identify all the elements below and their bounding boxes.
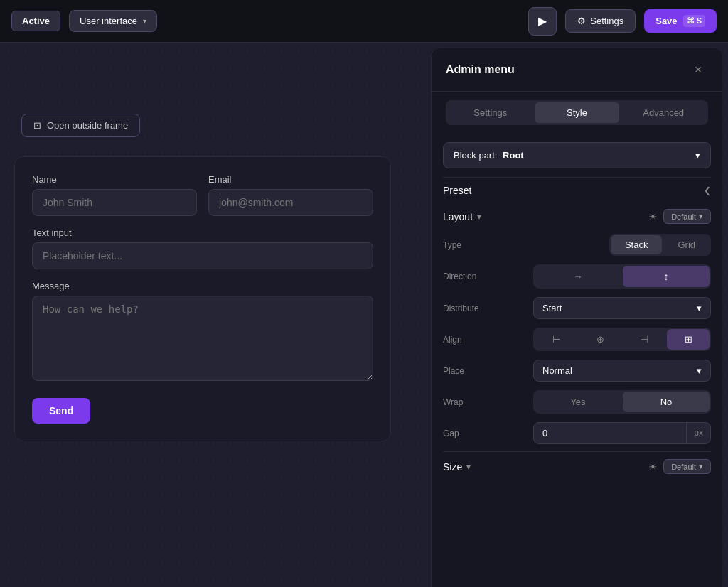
text-input-label: Text input [32,227,373,238]
message-label: Message [32,281,373,291]
gap-unit: px [686,423,710,443]
open-outside-label: Open outside frame [47,120,128,131]
project-name: User interface [80,16,137,26]
email-label: Email [208,174,373,185]
wrap-label: Wrap [443,397,493,407]
main-area: ⊡ Open outside frame Name Email Text inp… [0,43,728,587]
place-value: Normal [542,365,572,376]
size-default-chevron-icon: ▾ [699,462,703,471]
admin-panel: Admin menu × Settings Style Advanced Blo… [431,48,722,587]
layout-chevron-icon[interactable]: ▾ [477,212,481,222]
distribute-dropdown[interactable]: Start ▾ [533,297,711,319]
size-chevron-icon[interactable]: ▾ [466,462,471,472]
type-label: Type [443,240,493,250]
open-outside-button[interactable]: ⊡ Open outside frame [21,114,140,137]
type-toggle-group: Stack Grid [609,234,711,256]
block-part-label: Block part: Root [454,150,524,161]
default-chevron-icon: ▾ [699,212,703,221]
panel-tabs: Settings Style Advanced [432,92,722,134]
block-part-selector[interactable]: Block part: Root ▾ [443,142,711,168]
tab-style[interactable]: Style [535,102,620,123]
gap-input[interactable] [534,423,686,443]
size-default-label: Default [671,463,696,471]
direction-toggle-group: → ↕ [533,264,711,289]
default-badge[interactable]: Default ▾ [663,209,711,224]
sun-icon: ☀ [648,211,658,222]
direction-vertical-btn[interactable]: ↕ [623,266,710,287]
align-control: ⊢ ⊕ ⊣ ⊞ [501,328,711,351]
type-control: Stack Grid [501,234,711,256]
tab-settings[interactable]: Settings [448,102,533,123]
direction-horizontal-btn[interactable]: → [535,266,621,287]
panel-title: Admin menu [446,63,515,76]
wrap-toggle-group: Yes No [533,390,711,414]
place-control: Normal ▾ [501,360,711,382]
distribute-chevron-icon: ▾ [697,303,702,313]
distribute-row: Distribute Start ▾ [443,293,711,323]
tab-advanced[interactable]: Advanced [621,102,706,123]
message-textarea[interactable] [32,296,373,381]
size-sun-icon: ☀ [648,461,658,473]
save-shortcut: ⌘ S [683,15,705,27]
distribute-value: Start [542,303,562,313]
place-label: Place [443,366,493,376]
distribute-label: Distribute [443,303,493,313]
direction-row: Direction → ↕ [443,260,711,293]
align-right-btn[interactable]: ⊣ [623,329,665,350]
play-icon: ▶ [538,14,547,28]
gap-row: Gap px [443,418,711,448]
direction-label: Direction [443,271,493,281]
topbar: Active User interface ▾ ▶ ⚙ Settings Sav… [0,0,728,43]
layout-left: Layout ▾ [443,211,481,222]
send-button[interactable]: Send [32,398,90,424]
type-stack-btn[interactable]: Stack [611,235,663,254]
form-group-text: Text input [32,227,373,269]
place-dropdown[interactable]: Normal ▾ [533,360,711,382]
tab-group: Settings Style Advanced [446,100,708,125]
wrap-yes-btn[interactable]: Yes [535,392,621,412]
gear-icon: ⚙ [577,16,586,26]
gap-label: Gap [443,429,493,438]
panel-header: Admin menu × [432,48,722,92]
name-label: Name [32,174,197,185]
panel-body[interactable]: Block part: Root ▾ Preset ❮ Layout ▾ ☀ [432,134,722,587]
form-group-message: Message [32,281,373,381]
wrap-no-btn[interactable]: No [623,392,710,412]
size-section-header: Size ▾ ☀ Default ▾ [443,451,711,480]
chevron-down-icon: ▾ [695,150,700,161]
layout-right: ☀ Default ▾ [648,209,711,224]
form-group-email: Email [208,174,373,216]
project-selector[interactable]: User interface ▾ [69,10,157,32]
preset-title: Preset [443,185,471,196]
name-input[interactable] [32,189,197,216]
form-row-name-email: Name Email [32,174,373,216]
save-label: Save [655,16,677,26]
gap-input-group: px [533,422,711,444]
size-left: Size ▾ [443,461,471,473]
align-justify-btn[interactable]: ⊞ [667,329,710,350]
size-default-badge[interactable]: Default ▾ [663,459,711,474]
default-label: Default [671,212,696,221]
wrap-row: Wrap Yes No [443,386,711,418]
preset-chevron-icon[interactable]: ❮ [704,185,711,195]
align-left-btn[interactable]: ⊢ [535,329,577,350]
type-row: Type Stack Grid [443,230,711,260]
preset-section: Preset ❮ [443,177,711,202]
wrap-control: Yes No [501,390,711,414]
align-center-btn[interactable]: ⊕ [579,329,621,350]
settings-button[interactable]: ⚙ Settings [565,9,636,33]
align-toggle-group: ⊢ ⊕ ⊣ ⊞ [533,328,711,351]
align-label: Align [443,335,493,345]
form-container: Name Email Text input Message Send [14,156,391,441]
active-badge: Active [11,11,60,31]
close-button[interactable]: × [688,60,708,80]
email-input[interactable] [208,189,373,216]
size-title: Size [443,461,462,473]
save-button[interactable]: Save ⌘ S [644,9,717,33]
type-grid-btn[interactable]: Grid [663,235,710,254]
play-button[interactable]: ▶ [528,7,557,36]
frame-icon: ⊡ [33,120,41,131]
text-input[interactable] [32,242,373,269]
settings-label: Settings [590,16,623,26]
gap-control: px [501,422,711,444]
